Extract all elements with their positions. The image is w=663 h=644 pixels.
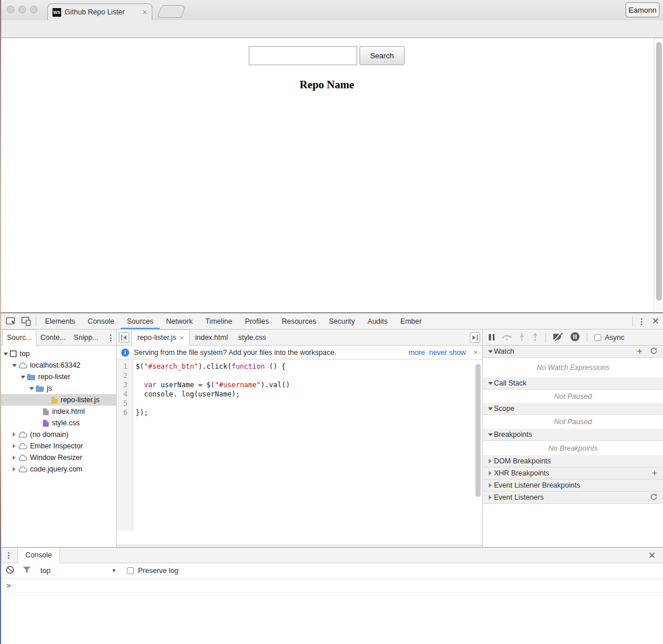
disclosure-right-icon[interactable] xyxy=(486,471,494,475)
devtools-tab-security[interactable]: Security xyxy=(323,313,361,329)
add-icon[interactable]: + xyxy=(637,349,642,354)
navigator-tab-snipp[interactable]: Snipp... xyxy=(70,330,102,345)
devtools-tab-sources[interactable]: Sources xyxy=(121,313,160,329)
disclosure-right-icon[interactable] xyxy=(11,444,17,448)
devtools-menu-icon[interactable]: ⋮ xyxy=(635,317,648,326)
clear-console-icon[interactable] xyxy=(6,566,14,576)
devtools-tab-resources[interactable]: Resources xyxy=(275,313,323,329)
code-line-3[interactable]: 3 var userName = $("#username").val() xyxy=(117,380,482,390)
section-header-dom-breakpoints[interactable]: DOM Breakpoints xyxy=(483,455,663,467)
code-line-4[interactable]: 4 console. log(userName); xyxy=(117,390,482,399)
inspect-element-icon[interactable] xyxy=(3,316,18,327)
line-number[interactable]: 4 xyxy=(117,390,130,399)
preserve-log-control[interactable]: Preserve log xyxy=(127,567,178,575)
console-prompt-row[interactable]: > xyxy=(0,579,663,593)
browser-tab[interactable]: WS Github Repo Lister × xyxy=(47,3,152,20)
line-number[interactable]: 5 xyxy=(117,399,130,408)
devtools-tab-console[interactable]: Console xyxy=(81,313,121,329)
disclosure-right-icon[interactable] xyxy=(11,432,17,437)
devtools-tab-audits[interactable]: Audits xyxy=(361,313,394,329)
pause-script-icon[interactable] xyxy=(489,334,495,340)
window-close-button[interactable] xyxy=(7,6,14,13)
drawer-close-icon[interactable]: ✕ xyxy=(645,550,660,561)
disclosure-right-icon[interactable] xyxy=(11,455,17,460)
page-scrollbar-thumb[interactable] xyxy=(656,42,662,301)
username-search-input[interactable] xyxy=(249,46,357,65)
filter-funnel-icon[interactable] xyxy=(23,566,31,575)
tree-item-localhost-63342[interactable]: localhost:63342 xyxy=(0,360,116,371)
step-over-icon[interactable] xyxy=(501,333,512,342)
tab-close-icon[interactable]: × xyxy=(143,8,147,17)
code-editor[interactable]: 1$("#search_btn").click(function () {23 … xyxy=(117,360,482,531)
window-zoom-button[interactable] xyxy=(30,6,38,13)
refresh-icon[interactable] xyxy=(650,347,657,356)
drawer-tab-console[interactable]: Console xyxy=(17,548,60,563)
editor-scrollbar-thumb[interactable] xyxy=(475,364,481,497)
section-header-call-stack[interactable]: Call Stack xyxy=(483,377,663,390)
code-line-1[interactable]: 1$("#search_btn").click(function () { xyxy=(117,362,482,371)
devtools-tab-profiles[interactable]: Profiles xyxy=(238,313,275,329)
infobar-close-icon[interactable]: × xyxy=(473,348,478,357)
drawer-menu-icon[interactable]: ⋮ xyxy=(0,551,17,560)
code-line-6[interactable]: 6}); xyxy=(117,408,482,417)
tree-item-js[interactable]: js xyxy=(0,383,116,394)
execution-context-selector[interactable]: top ▼ xyxy=(40,567,117,575)
page-search-button[interactable]: Search xyxy=(359,46,404,65)
tree-item-top[interactable]: top xyxy=(0,348,116,360)
editor-tab-repo-lister-js[interactable]: repo-lister.js× xyxy=(132,330,190,346)
step-out-icon[interactable] xyxy=(532,332,538,343)
infobar-more-link[interactable]: more xyxy=(409,349,425,357)
tree-item-window-resizer[interactable]: Window Resizer xyxy=(0,452,116,463)
editor-tab-index-html[interactable]: index.html xyxy=(190,330,233,345)
show-navigator-icon[interactable] xyxy=(119,332,129,343)
tree-item-index-html[interactable]: index.html xyxy=(0,406,116,417)
line-number[interactable]: 2 xyxy=(117,371,130,380)
line-number[interactable]: 1 xyxy=(117,362,130,371)
infobar-never-show-link[interactable]: never show xyxy=(429,349,466,357)
add-icon[interactable]: + xyxy=(652,470,657,476)
disclosure-down-icon[interactable] xyxy=(486,407,494,410)
line-number[interactable]: 6 xyxy=(117,408,130,417)
navigator-tab-conte[interactable]: Conte... xyxy=(36,330,70,345)
navigator-overflow-icon[interactable]: ⋮ xyxy=(106,333,116,342)
disclosure-down-icon[interactable] xyxy=(11,364,17,367)
profile-button[interactable]: Eamonn xyxy=(625,2,660,17)
disclosure-down-icon[interactable] xyxy=(486,350,494,353)
editor-tab-style-css[interactable]: style.css xyxy=(233,330,271,345)
new-tab-button[interactable] xyxy=(157,5,186,18)
preserve-log-checkbox[interactable] xyxy=(127,567,134,574)
tree-item-style-css[interactable]: style.css xyxy=(0,417,116,429)
disclosure-right-icon[interactable] xyxy=(486,495,494,500)
tree-item-no-domain[interactable]: (no domain) xyxy=(0,429,116,440)
devtools-tab-elements[interactable]: Elements xyxy=(39,313,81,329)
devtools-close-icon[interactable]: ✕ xyxy=(648,316,663,327)
disclosure-right-icon[interactable] xyxy=(11,467,17,471)
window-minimize-button[interactable] xyxy=(18,6,26,13)
refresh-icon[interactable] xyxy=(650,493,657,502)
disclosure-down-icon[interactable] xyxy=(486,382,494,385)
code-line-5[interactable]: 5 xyxy=(117,399,482,408)
tree-item-ember-inspector[interactable]: Ember Inspector xyxy=(0,440,116,452)
show-debugger-icon[interactable] xyxy=(470,332,480,343)
editor-tab-close-icon[interactable]: × xyxy=(179,334,184,342)
navigator-tab-sourc[interactable]: Sourc... xyxy=(2,330,36,346)
step-into-icon[interactable] xyxy=(519,332,525,343)
section-header-watch[interactable]: Watch+ xyxy=(483,346,663,358)
line-number[interactable]: 3 xyxy=(117,380,130,390)
section-header-event-listeners[interactable]: Event Listeners xyxy=(483,492,663,504)
disclosure-down-icon[interactable] xyxy=(28,387,35,390)
devtools-tab-network[interactable]: Network xyxy=(160,313,199,329)
disclosure-down-icon[interactable] xyxy=(486,433,494,436)
page-scrollbar[interactable] xyxy=(654,38,663,312)
deactivate-breakpoints-icon[interactable] xyxy=(553,332,563,343)
section-header-scope[interactable]: Scope xyxy=(483,403,663,415)
section-header-xhr-breakpoints[interactable]: XHR Breakpoints+ xyxy=(483,467,663,480)
section-header-event-listener-breakpoints[interactable]: Event Listener Breakpoints xyxy=(483,480,663,492)
tree-item-repo-lister[interactable]: repo-lister xyxy=(0,371,116,383)
tree-item-repo-lister-js[interactable]: repo-lister.js xyxy=(0,394,116,406)
disclosure-right-icon[interactable] xyxy=(486,459,494,463)
code-line-2[interactable]: 2 xyxy=(117,371,482,380)
tree-item-code-jquery-com[interactable]: code.jquery.com xyxy=(0,463,116,475)
section-header-breakpoints[interactable]: Breakpoints xyxy=(483,429,663,441)
disclosure-right-icon[interactable] xyxy=(486,483,494,488)
